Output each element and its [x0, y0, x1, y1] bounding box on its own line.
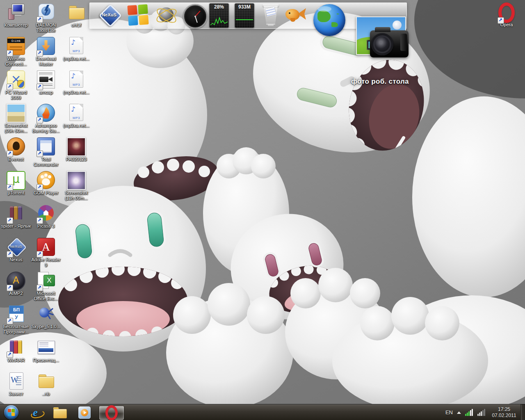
desktop-icon-nb[interactable]: ..nb	[31, 372, 61, 397]
desktop-icon-µtorrent[interactable]: µµTorrent	[1, 171, 31, 196]
desktop-icon-label: µTorrent	[1, 190, 31, 196]
desktop-icon-screenshot-13h-09m[interactable]: Screenshot (13h 09m...	[61, 171, 91, 201]
folder-icon	[36, 372, 56, 391]
desktop-icon-nexus[interactable]: NeXuSNexus	[1, 238, 31, 262]
nexus-dock-icon[interactable]: NeXuS	[98, 4, 121, 26]
desktop-icon-label: spider - Ярлык	[1, 224, 31, 229]
desktop-icon-label: Презентац...	[31, 358, 61, 363]
desktop-icon-label: Захист	[1, 391, 31, 397]
ashampoo-icon	[36, 104, 56, 123]
desktop-icon-label: Nexus	[1, 257, 31, 262]
desktop-icon-label: PC Wizard 2009	[1, 90, 31, 100]
tray-clock[interactable]: 17:25 07.02.2011	[490, 406, 518, 419]
computer-icon	[6, 3, 26, 22]
desktop-icon-ashampoo-burning-stu[interactable]: Ashampoo Burning Stu...	[31, 104, 61, 134]
tray-date: 07.02.2011	[490, 413, 518, 419]
dock-tooltip: фото роб. стола	[351, 77, 421, 86]
start-button[interactable]	[4, 405, 18, 420]
desktop-icon-mp3xa-net[interactable]: ♪MP3(mp3xa.net...	[61, 71, 91, 95]
shortcut-arrow-icon	[37, 285, 43, 291]
desktop-icon-spider-ярлык[interactable]: spider - Ярлык	[1, 204, 31, 229]
network-globe-dock-icon[interactable]	[155, 3, 177, 26]
desktop-icon-pa020123[interactable]: PA020123	[61, 137, 91, 162]
shortcut-arrow-icon	[37, 50, 43, 57]
shortcut-arrow-icon	[37, 16, 43, 23]
desktop-icon-mp3xa-net[interactable]: ♪MP3(mp3xa.net...	[61, 104, 91, 128]
desktop-icon-label: Total Commander	[31, 157, 61, 167]
shortcut-arrow-icon	[7, 217, 13, 224]
camera-dock-icon[interactable]	[370, 30, 409, 57]
media-player-taskbar-button[interactable]	[75, 406, 94, 419]
desktop-icon-winrar[interactable]: WinRAR	[1, 338, 31, 363]
cpu-graph	[210, 12, 228, 27]
recycle-bin-dock-icon[interactable]	[262, 3, 280, 27]
desktop-icon-компьютер[interactable]: Компьютер	[1, 3, 31, 28]
desktop-icon-aimp2[interactable]: AAIMP2	[1, 272, 31, 296]
desktop-icon-amcap[interactable]: amcap	[31, 71, 61, 95]
desktop-icon-label: Skype_5.1.0...	[31, 324, 61, 329]
windows-dock-icon[interactable]	[126, 3, 150, 26]
internet-explorer-taskbar-button[interactable]: e	[26, 406, 44, 419]
tray-time: 17:25	[490, 406, 518, 413]
opera-taskbar-button-active[interactable]	[99, 406, 124, 420]
desktop-icon-презентац[interactable]: Презентац...	[31, 338, 61, 363]
desktop-icon-mp3xa-net[interactable]: ♪MP3(mp3xa.net...	[61, 37, 91, 62]
desktop-icon-adobe-reader-9[interactable]: AAdobe Reader 9	[31, 238, 61, 268]
desktop-icon-label: (mp3xa.net...	[61, 90, 91, 95]
earth-globe-dock-icon[interactable]	[313, 4, 345, 36]
desktop-icon-total-commander[interactable]: Total Commander	[31, 137, 61, 167]
desktop-icon-pc-wizard-2009[interactable]: ×PC Wizard 2009	[1, 71, 31, 100]
system-tray: EN 17:25 07.02.2011	[445, 404, 518, 420]
cpu-meter-widget[interactable]: 28%	[209, 3, 229, 28]
desktop-icon-grid: КомпьютерDAEMON Tools Liteuhf;lfD-LinkWi…	[0, 0, 525, 404]
analog-clock-dock-icon[interactable]	[183, 4, 208, 29]
desktop-icon-skype-5-1-0[interactable]: Skype_5.1.0...	[31, 305, 61, 329]
desktop-icon-label: Picasa 3	[31, 224, 61, 229]
taskbar: e EN 17:25 07.02.2011	[0, 404, 525, 420]
daemon-icon	[36, 3, 56, 22]
desktop-icon-wireless-connecti[interactable]: D-LinkWireless Connecti...	[1, 37, 31, 67]
desktop-icon-label: PA020123	[61, 157, 91, 162]
desktop-icon-microsoft-office-exc[interactable]: XMicrosoft Office Exc...	[31, 272, 61, 301]
photo_dark-icon	[66, 137, 86, 156]
dm-icon	[36, 37, 56, 56]
shortcut-arrow-icon	[7, 318, 13, 324]
folder-icon	[66, 3, 86, 22]
language-indicator[interactable]: EN	[445, 409, 453, 415]
wireless-signal-icon[interactable]	[477, 409, 486, 416]
windows-explorer-taskbar-button[interactable]	[51, 406, 69, 419]
shortcut-arrow-icon	[37, 184, 43, 191]
opera-icon	[498, 2, 515, 23]
desktop-icon-screenshot-09h-50m[interactable]: Screenshot (09h 50m...	[1, 104, 31, 134]
desktop-icon-label: Бесплатные Программ...	[1, 324, 31, 335]
nexus-logo-text: NeXuS	[98, 12, 121, 17]
totalcmd-icon	[36, 137, 56, 156]
desktop-icon-uhf-lf[interactable]: uhf;lf	[61, 3, 91, 28]
shortcut-arrow-icon	[7, 352, 13, 358]
desktop-icon-label: Screenshot (09h 50m...	[1, 123, 31, 134]
gom-icon	[36, 171, 56, 190]
shortcut-arrow-icon	[37, 217, 43, 224]
desktop-icon-daemon-tools-lite[interactable]: DAEMON Tools Lite	[31, 3, 61, 33]
desktop-icon-захист[interactable]: WЗахист	[1, 372, 31, 397]
desktop-icon-label: Adobe Reader 9	[31, 257, 61, 268]
goldfish-dock-icon[interactable]	[284, 7, 308, 24]
desktop-icon-label: Microsoft Office Exc...	[31, 291, 61, 301]
desktop-icon-picasa-3[interactable]: Picasa 3	[31, 204, 61, 229]
desktop-icon-бесплатные-программ[interactable]: БПУБесплатные Программ...	[1, 305, 31, 335]
shortcut-arrow-icon	[7, 151, 13, 157]
desktop-icon-gom-player[interactable]: GOM Player	[31, 171, 61, 196]
ram-meter-widget[interactable]: 933M	[235, 3, 254, 28]
shortcut-arrow-icon	[498, 17, 504, 24]
show-hidden-icons-button[interactable]	[457, 411, 461, 414]
shortcut-arrow-icon	[7, 285, 13, 291]
presentation-icon	[36, 338, 56, 357]
desktop-icon-opera[interactable]: Opera	[491, 2, 522, 27]
picasa-icon	[36, 204, 56, 223]
network-activity-icon[interactable]	[465, 409, 473, 416]
desktop-icon-download-master[interactable]: Download Master	[31, 37, 61, 67]
show-desktop-button[interactable]	[520, 404, 525, 420]
internet-explorer-icon: e	[33, 407, 38, 418]
desktop-icon-everest[interactable]: Everest	[1, 137, 31, 162]
windows-desktop: КомпьютерDAEMON Tools Liteuhf;lfD-LinkWi…	[0, 0, 525, 420]
